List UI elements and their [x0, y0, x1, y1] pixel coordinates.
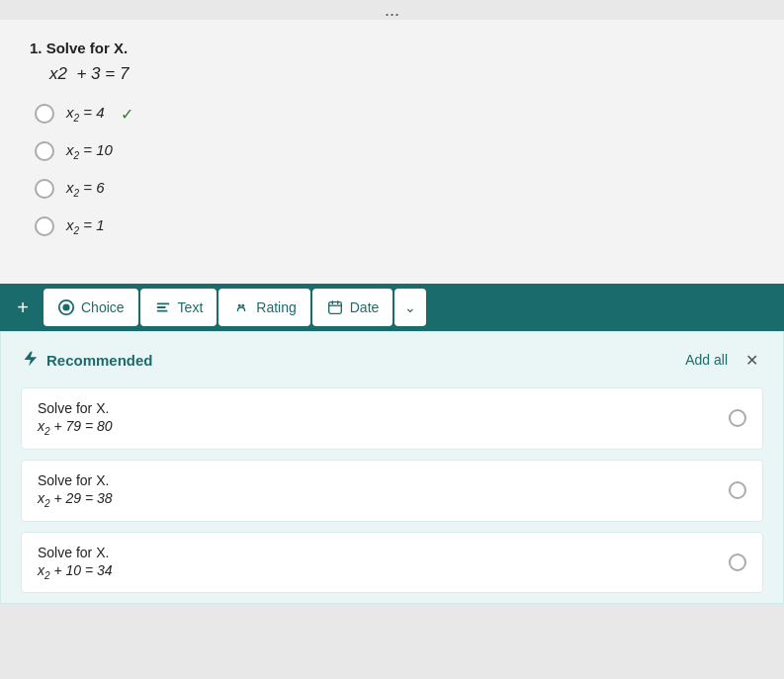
rec-item-3-content: Solve for X. x2 + 10 = 34	[38, 545, 113, 581]
question-equation: x2 + 3 = 7	[30, 64, 754, 84]
rec-item-2-radio[interactable]	[729, 481, 746, 499]
recommended-title-area: Recommended	[21, 350, 153, 371]
recommended-title: Recommended	[46, 352, 153, 369]
svg-point-1	[62, 303, 69, 310]
date-button[interactable]: Date	[312, 289, 393, 326]
question-number: 1. Solve for X.	[30, 40, 754, 56]
option-1-text: x2 = 4	[66, 104, 105, 124]
chevron-down-icon: ⌄	[404, 299, 416, 315]
recommended-item-3[interactable]: Solve for X. x2 + 10 = 34	[21, 532, 763, 594]
plus-button[interactable]: +	[4, 289, 42, 326]
rec-item-3-title: Solve for X.	[38, 545, 113, 560]
option-2-text: x2 = 10	[66, 141, 113, 161]
rec-item-1-math: x2 + 79 = 80	[38, 418, 113, 437]
date-icon	[326, 298, 344, 316]
more-button[interactable]: ···	[385, 4, 399, 25]
rating-icon	[232, 298, 250, 316]
choice-icon	[57, 298, 75, 316]
option-2-row: x2 = 10	[30, 141, 754, 161]
add-question-toolbar: + Choice Text	[0, 284, 784, 331]
svg-rect-7	[328, 302, 341, 314]
rec-item-1-title: Solve for X.	[38, 400, 113, 416]
question-card: 1. Solve for X. x2 + 3 = 7 x2 = 4 ✓ x2 =…	[0, 20, 784, 284]
rec-item-2-title: Solve for X.	[38, 472, 113, 488]
svg-rect-4	[156, 310, 167, 312]
svg-point-6	[242, 304, 245, 307]
recommended-header: Recommended Add all ✕	[21, 348, 763, 372]
recommended-item-2[interactable]: Solve for X. x2 + 29 = 38	[21, 460, 763, 522]
rec-item-1-content: Solve for X. x2 + 79 = 80	[38, 400, 113, 437]
rec-item-2-math: x2 + 29 = 38	[38, 490, 113, 509]
option-4-text: x2 = 1	[66, 216, 105, 236]
close-recommended-button[interactable]: ✕	[740, 348, 763, 372]
option-3-radio[interactable]	[35, 179, 54, 199]
rec-item-2-content: Solve for X. x2 + 29 = 38	[38, 472, 113, 509]
option-3-text: x2 = 6	[66, 179, 105, 199]
option-3-row: x2 = 6	[30, 179, 754, 199]
lightning-icon	[21, 350, 39, 371]
add-all-button[interactable]: Add all	[685, 352, 728, 368]
svg-point-5	[238, 304, 241, 307]
recommended-panel: Recommended Add all ✕ Solve for X. x2 + …	[0, 331, 784, 604]
rating-button[interactable]: Rating	[218, 289, 309, 326]
text-icon	[154, 298, 172, 316]
option-2-radio[interactable]	[35, 141, 54, 161]
option-4-row: x2 = 1	[30, 216, 754, 236]
svg-rect-3	[156, 306, 165, 308]
top-bar: ···	[0, 0, 784, 20]
option-1-row: x2 = 4 ✓	[30, 104, 754, 124]
text-button[interactable]: Text	[140, 289, 218, 326]
more-options-chevron[interactable]: ⌄	[394, 289, 426, 326]
choice-button[interactable]: Choice	[44, 289, 138, 326]
recommended-item-1[interactable]: Solve for X. x2 + 79 = 80	[21, 387, 763, 450]
svg-rect-2	[156, 303, 169, 305]
option-4-radio[interactable]	[35, 216, 54, 236]
option-1-radio[interactable]	[35, 104, 54, 124]
correct-check-icon: ✓	[121, 105, 133, 124]
rec-item-3-radio[interactable]	[729, 553, 746, 571]
recommended-actions: Add all ✕	[685, 348, 763, 372]
rec-item-3-math: x2 + 10 = 34	[38, 562, 113, 581]
rec-item-1-radio[interactable]	[729, 409, 746, 427]
